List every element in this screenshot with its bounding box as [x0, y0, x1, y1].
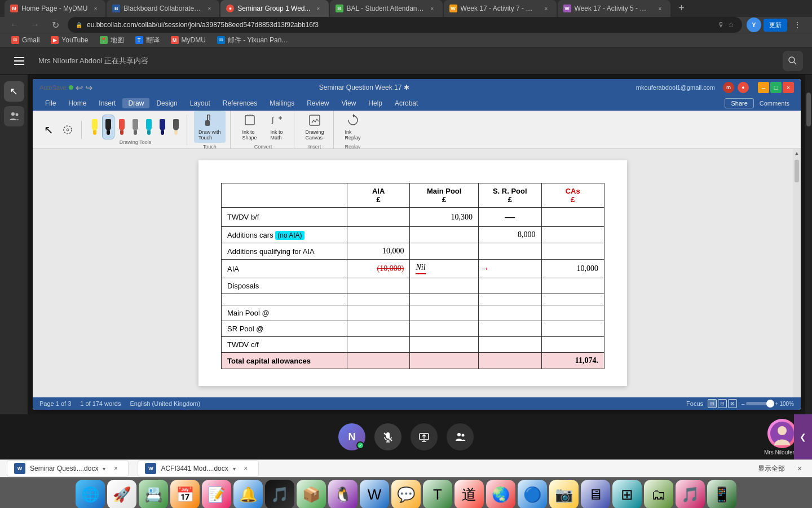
dock-launchpad[interactable]: 🚀: [107, 480, 136, 508]
file-close-1[interactable]: ×: [110, 463, 121, 474]
new-tab-button[interactable]: +: [674, 0, 690, 16]
gray-pen-tool[interactable]: [129, 115, 142, 139]
print-view-btn[interactable]: ⊞: [708, 399, 717, 408]
profile-avatar[interactable]: Y: [747, 17, 761, 32]
menu-references[interactable]: References: [217, 98, 263, 108]
tab-week17-7[interactable]: W Week 17 - Activity 7 - We... ×: [444, 0, 557, 17]
menu-view[interactable]: View: [336, 98, 362, 108]
bookmark-gmail[interactable]: ✉ Gmail: [7, 33, 44, 47]
menu-acrobat[interactable]: Acrobat: [389, 98, 423, 108]
dock-iterm[interactable]: ⊞: [612, 480, 642, 508]
dock-contacts[interactable]: 📇: [139, 480, 168, 508]
menu-insert[interactable]: Insert: [93, 98, 121, 108]
dock-netease[interactable]: 🎵: [676, 480, 705, 508]
sidebar-pointer-tool[interactable]: ↖: [4, 81, 24, 102]
dock-photos[interactable]: 📷: [549, 480, 579, 508]
bookmark-mail[interactable]: ✉ 邮件 - Yixuan Pan...: [213, 33, 292, 47]
dock-calendar[interactable]: 📅: [170, 480, 200, 508]
bookmark-mydmu[interactable]: M MyDMU: [166, 33, 210, 47]
file-chevron-2[interactable]: ▾: [233, 466, 236, 472]
lasso-tool[interactable]: [59, 121, 77, 139]
dock-edge[interactable]: 🔵: [518, 480, 547, 508]
collab-search-btn[interactable]: [783, 51, 803, 71]
dock-reminders[interactable]: 🔔: [233, 480, 263, 508]
dock-system[interactable]: 🖥: [581, 480, 610, 508]
zoom-slider[interactable]: [746, 402, 774, 405]
back-button[interactable]: ←: [7, 17, 23, 33]
dock-filemanager[interactable]: 🗂: [644, 480, 673, 508]
dock-finder[interactable]: 🌐: [76, 480, 105, 508]
tab-blackboard[interactable]: B Blackboard Collaborate U... ×: [107, 0, 219, 17]
maximize-button[interactable]: □: [770, 82, 782, 93]
dock-word[interactable]: W: [360, 480, 389, 508]
dock-dao[interactable]: 道: [454, 480, 484, 508]
mic-icon[interactable]: 🎙: [718, 21, 725, 29]
menu-icon[interactable]: ⋮: [789, 17, 805, 33]
undo-icon[interactable]: ↩: [76, 82, 83, 93]
pencil-tool[interactable]: [170, 115, 182, 139]
tab-bal[interactable]: B BAL - Student Attendanc... ×: [330, 0, 443, 17]
dock-chrome[interactable]: 🌏: [486, 480, 515, 508]
close-button[interactable]: ×: [783, 82, 794, 93]
darkblue-pen-tool[interactable]: [156, 115, 169, 139]
menu-mailings[interactable]: Mailings: [264, 98, 300, 108]
tab-home[interactable]: M Home Page - MyDMU ×: [5, 0, 105, 17]
dock-teams[interactable]: T: [423, 480, 452, 508]
highlighter-tool[interactable]: [89, 115, 101, 139]
ink-to-shape-btn[interactable]: Ink toShape: [237, 111, 262, 143]
doc-scrollbar[interactable]: ▲: [793, 149, 801, 397]
show-all-button[interactable]: 显示全部: [758, 464, 785, 474]
tab-week17-5-close[interactable]: ×: [656, 4, 665, 13]
zoom-minus[interactable]: –: [742, 401, 745, 407]
dock-music[interactable]: 🎵: [265, 480, 294, 508]
redo-icon[interactable]: ↪: [85, 82, 92, 93]
zoom-plus[interactable]: +: [775, 401, 779, 407]
zoom-control[interactable]: – + 100%: [742, 401, 794, 407]
menu-review[interactable]: Review: [301, 98, 334, 108]
web-view-btn[interactable]: ⊠: [728, 399, 737, 408]
dock-appstore[interactable]: 📱: [707, 480, 736, 508]
doc-scrollable[interactable]: AIA£ Main Pool£ S. R. Pool£ CAs£: [33, 149, 793, 397]
bookmark-translate[interactable]: T 翻译: [131, 33, 164, 47]
tab-bal-close[interactable]: ×: [428, 4, 437, 13]
focus-btn[interactable]: Focus: [686, 400, 703, 407]
drawing-canvas-btn[interactable]: DrawingCanvas: [301, 111, 329, 143]
sidebar-attendees-btn[interactable]: [4, 106, 24, 126]
black-pen-tool[interactable]: [102, 115, 114, 139]
hamburger-button[interactable]: [9, 51, 29, 71]
dock-wechat[interactable]: 💬: [391, 480, 421, 508]
read-view-btn[interactable]: ⊟: [718, 399, 727, 408]
hide-bar-button[interactable]: ×: [794, 463, 805, 474]
forward-button[interactable]: →: [27, 17, 43, 33]
star-icon[interactable]: ☆: [728, 21, 734, 29]
file-chevron-1[interactable]: ▾: [103, 466, 105, 472]
share-button[interactable]: Share: [725, 98, 753, 108]
menu-file[interactable]: File: [39, 98, 61, 108]
cursor-tool[interactable]: ↖: [39, 121, 58, 139]
tab-week17-5[interactable]: W Week 17 - Activity 5 - We... ×: [558, 0, 670, 17]
comments-button[interactable]: Comments: [755, 99, 794, 108]
dock-qq[interactable]: 🐧: [328, 480, 358, 508]
red-pen-tool[interactable]: [116, 115, 128, 139]
ink-to-math-btn[interactable]: ∫ Ink toMath: [264, 111, 289, 143]
menu-draw[interactable]: Draw: [122, 98, 149, 108]
mic-button[interactable]: [374, 423, 401, 450]
tab-seminar-close[interactable]: ×: [314, 4, 323, 13]
refresh-button[interactable]: ↻: [47, 17, 63, 33]
tab-seminar[interactable]: ● Seminar Group 1 Wed... ×: [220, 0, 328, 17]
menu-home[interactable]: Home: [63, 98, 92, 108]
menu-help[interactable]: Help: [363, 98, 388, 108]
bookmark-youtube[interactable]: ▶ YouTube: [46, 33, 92, 47]
expand-panel-button[interactable]: ❮: [794, 414, 812, 459]
teal-pen-tool[interactable]: [143, 115, 155, 139]
file-item-1[interactable]: W Seminar Questi....docx ▾ ×: [7, 460, 129, 477]
menu-layout[interactable]: Layout: [184, 98, 216, 108]
dock-notes[interactable]: 📝: [202, 480, 231, 508]
file-close-2[interactable]: ×: [240, 463, 251, 474]
menu-design[interactable]: Design: [151, 98, 183, 108]
tab-home-close[interactable]: ×: [91, 4, 100, 13]
tab-week17-7-close[interactable]: ×: [542, 4, 551, 13]
attendees-button[interactable]: [447, 423, 474, 450]
bookmark-maps[interactable]: 📍 地图: [95, 33, 129, 47]
update-button[interactable]: 更新: [764, 19, 787, 32]
